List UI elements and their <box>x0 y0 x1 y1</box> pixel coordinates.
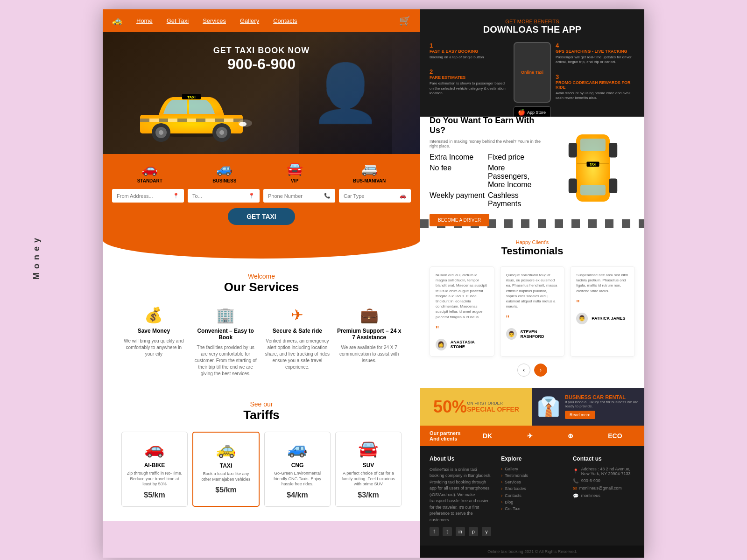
location-icon: 📍 <box>173 193 179 199</box>
explore-contacts[interactable]: Contacts <box>501 493 563 498</box>
explore-blog[interactable]: Blog <box>501 500 563 504</box>
app-features: 1 FAST & EASY BOOKING Booking on a tap o… <box>430 42 635 117</box>
bike-name: AI-BIKE <box>127 462 183 469</box>
author-2: 👨 STEVEN RASHFORD <box>506 328 559 340</box>
from-address-input[interactable] <box>117 193 170 199</box>
explore-gallery[interactable]: Gallery <box>501 467 563 471</box>
become-driver-button[interactable]: BECOME A DRIVER <box>430 214 489 226</box>
svg-rect-26 <box>609 179 617 194</box>
cart-icon[interactable]: 🛒 <box>399 15 411 26</box>
next-arrow[interactable]: › <box>534 364 547 377</box>
car-type-standart[interactable]: 🚗 STANDART <box>137 161 162 183</box>
app-feature-promo: 3 PROMO CODE/CASH REWARDS FOR RIDE Avail… <box>556 73 635 101</box>
svg-rect-24 <box>609 143 617 158</box>
author-name-3: PATRICK JAMES <box>592 316 625 321</box>
nav-get-taxi[interactable]: Get Taxi <box>167 17 189 24</box>
cng-name: CNG <box>269 462 325 469</box>
hero-content: GET TAXI BOOK NOW 900-6-900 <box>103 32 420 154</box>
email-text: monlineus@gmail.com <box>579 486 622 490</box>
car-type-field[interactable]: 🚗 <box>339 189 411 203</box>
nav-services[interactable]: Services <box>203 17 226 24</box>
contact-skype: 💬 monlineus <box>573 493 635 498</box>
youtube-icon[interactable]: y <box>482 527 491 536</box>
suv-desc: A perfect choice of car for a family out… <box>340 471 396 487</box>
bike-price: $5/km <box>127 491 183 499</box>
prev-arrow[interactable]: ‹ <box>517 364 530 377</box>
address-text: Address : 43 2 nd Avenue, New York, NY 2… <box>581 467 635 476</box>
quote-icon-3: " <box>576 298 629 309</box>
social-links: f t in p y <box>430 527 492 536</box>
driver-content: For Drivers Do You Want To Earn With Us?… <box>430 110 544 226</box>
nav-gallery[interactable]: Gallery <box>240 17 259 24</box>
tariffs-see-our: See our <box>121 400 402 408</box>
testimonial-navigation: ‹ › <box>430 364 635 377</box>
nav-home[interactable]: Home <box>136 17 153 24</box>
testimonial-2: Quisque sollicitudin feugiat risus, eu p… <box>500 266 565 357</box>
quote-icon-1: " <box>436 324 488 335</box>
svg-point-18 <box>238 119 252 127</box>
app-content: GET MORE BENEFITS DOWNLOAS THE APP 1 FAS… <box>430 19 635 117</box>
about-text: OnlineTaxi is a online taxi booking comp… <box>430 467 492 524</box>
driver-feature-2: Fixed price <box>488 153 544 161</box>
author-name-2: STEVEN RASHFORD <box>521 329 559 339</box>
car-type-input[interactable] <box>344 193 397 199</box>
phone-input[interactable] <box>268 193 322 199</box>
cng-desc: Go-Green Environmental friendly CNG Taxi… <box>269 471 325 487</box>
bus-label: BUS-MANIVAN <box>353 178 386 183</box>
pinterest-icon[interactable]: p <box>469 527 478 536</box>
bike-icon: 🚗 <box>127 439 183 458</box>
to-address-field[interactable]: 📍 <box>188 189 260 203</box>
instagram-icon[interactable]: in <box>456 527 465 536</box>
feature-title-4: GPS SEARCHING - LIVE TRACKING <box>556 49 635 54</box>
suv-price: $3/km <box>340 491 396 499</box>
testimonial-text-3: Suspendisse nec arcu sed nibh lacinia pr… <box>576 273 629 294</box>
driver-title: Do You Want To Earn With Us? <box>430 116 544 135</box>
hero-car: TAXI <box>126 77 257 149</box>
explore-get-taxi[interactable]: Get Taxi <box>501 506 563 511</box>
nav-contacts[interactable]: Contacts <box>273 17 297 24</box>
offer-right-text: BUSINESS CAR RENTAL If you need a Luxury… <box>565 394 640 419</box>
contact-email: ✉ monlineus@gmail.com <box>573 486 635 491</box>
driver-feature-1: Extra Income <box>430 153 486 161</box>
facebook-icon[interactable]: f <box>430 527 439 536</box>
explore-services[interactable]: Services <box>501 480 563 484</box>
phone-field[interactable]: 📞 <box>263 189 335 203</box>
explore-shortcodes[interactable]: Shortcodes <box>501 486 563 491</box>
car-type-business[interactable]: 🚙 BUSINESS <box>212 161 236 183</box>
driver-section: For Drivers Do You Want To Earn With Us?… <box>420 117 644 219</box>
app-title: DOWNLOAS THE APP <box>430 24 635 35</box>
app-store-button[interactable]: 🍎 App Store <box>514 106 551 117</box>
svg-rect-23 <box>569 143 577 158</box>
suv-name: SUV <box>340 462 396 469</box>
testimonial-3: Suspendisse nec arcu sed nibh lacinia pr… <box>570 266 635 357</box>
footer-bottom: Online taxi booking 2021 © All Rights Re… <box>420 546 644 558</box>
services-grid: 💰 Save Money We will bring you quickly a… <box>121 306 402 377</box>
phone-contact-icon: 📞 <box>573 478 578 483</box>
tariff-bike[interactable]: 🚗 AI-BIKE Zip through traffic in No-Time… <box>121 432 188 507</box>
driver-car-image: TAXI <box>551 126 635 210</box>
read-more-button[interactable]: Read more <box>565 411 595 419</box>
get-taxi-button[interactable]: GET TAXI <box>228 208 295 225</box>
twitter-icon[interactable]: t <box>443 527 452 536</box>
from-address-field[interactable]: 📍 <box>112 189 184 203</box>
address-icon: 📍 <box>573 469 578 474</box>
tariff-cng[interactable]: 🚙 CNG Go-Green Environmental friendly CN… <box>264 432 331 507</box>
testimonial-1: Nullam orci dui, dictum id magna sollici… <box>430 266 494 357</box>
tariff-suv[interactable]: 🚘 SUV A perfect choice of car for a fami… <box>335 432 402 507</box>
vip-car-icon: 🚘 <box>287 161 303 176</box>
hero-section: 🚕 Home Get Taxi Services Gallery Contact… <box>103 9 420 154</box>
footer-explore: Explore Gallery Testimonials Services Sh… <box>501 455 563 537</box>
email-icon: ✉ <box>573 486 577 491</box>
phone-mock-device: Online Taxi <box>514 42 551 103</box>
car-type-vip[interactable]: 🚘 VIP <box>287 161 303 183</box>
feature-title-1: FAST & EASY BOOKING <box>430 49 509 54</box>
tariff-taxi[interactable]: 🚕 TAXI Book a local taxi like any other … <box>192 432 260 507</box>
explore-testimonials[interactable]: Testimonials <box>501 473 563 478</box>
wave-divider <box>103 231 420 259</box>
service-secure: ✈ Secure & Safe ride Verified drivers, a… <box>265 306 330 377</box>
to-address-input[interactable] <box>192 193 246 199</box>
car-type-bus[interactable]: 🚐 BUS-MANIVAN <box>353 161 386 183</box>
cng-price: $4/km <box>269 491 325 499</box>
left-column: 🚕 Home Get Taxi Services Gallery Contact… <box>103 9 420 558</box>
svg-rect-6 <box>196 119 205 122</box>
